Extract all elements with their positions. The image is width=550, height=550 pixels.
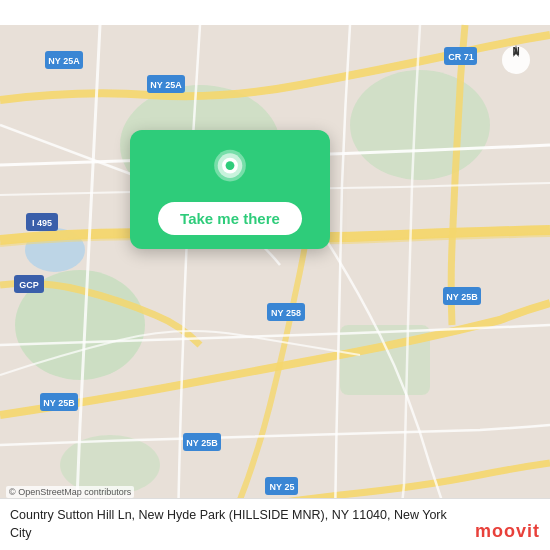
svg-text:I 495: I 495 xyxy=(32,218,52,228)
svg-text:GCP: GCP xyxy=(19,280,39,290)
svg-text:NY 25A: NY 25A xyxy=(48,56,80,66)
svg-text:NY 25B: NY 25B xyxy=(186,438,218,448)
take-me-there-button[interactable]: Take me there xyxy=(158,202,302,235)
bottom-bar: Country Sutton Hill Ln, New Hyde Park (H… xyxy=(0,498,550,550)
address-text: Country Sutton Hill Ln, New Hyde Park (H… xyxy=(10,507,465,542)
map-container: NY 25A NY 25A CR 71 I 495 NY 258 NY 25B … xyxy=(0,0,550,550)
svg-text:NY 25B: NY 25B xyxy=(446,292,478,302)
svg-text:NY 25B: NY 25B xyxy=(43,398,75,408)
svg-text:NY 25A: NY 25A xyxy=(150,80,182,90)
location-card: Take me there xyxy=(130,130,330,249)
svg-text:NY 258: NY 258 xyxy=(271,308,301,318)
moovit-text: moovit xyxy=(475,521,540,542)
location-pin-icon xyxy=(208,148,252,192)
svg-point-3 xyxy=(350,70,490,180)
svg-text:NY 25: NY 25 xyxy=(270,482,295,492)
moovit-logo: moovit xyxy=(475,521,540,542)
svg-text:CR 71: CR 71 xyxy=(448,52,474,62)
osm-credit: © OpenStreetMap contributors xyxy=(6,486,134,498)
